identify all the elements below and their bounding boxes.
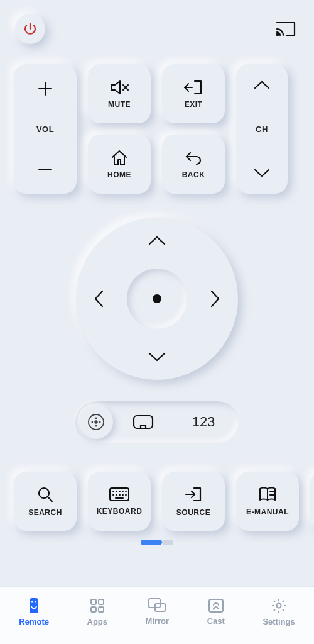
tab-cast[interactable]: Cast	[207, 597, 225, 626]
touchpad-mode-icon	[132, 414, 154, 430]
svg-rect-7	[31, 601, 33, 603]
dpad	[76, 218, 238, 380]
volume-rocker: VOL	[14, 64, 77, 194]
back-icon	[184, 149, 203, 167]
tab-mirror-label: Mirror	[146, 616, 170, 626]
emanual-button[interactable]: E-MANUAL	[236, 472, 299, 531]
tab-bar: Remote Apps Mirror Cast Settings	[0, 586, 314, 644]
cast-button[interactable]	[273, 18, 299, 40]
tab-remote[interactable]: Remote	[19, 597, 49, 626]
channel-down-button[interactable]	[252, 166, 271, 179]
tab-settings-label: Settings	[263, 617, 295, 626]
tab-remote-label: Remote	[19, 617, 49, 626]
mode-dpad-button[interactable]	[79, 405, 113, 439]
chevron-down-icon	[146, 350, 168, 364]
tab-apps[interactable]: Apps	[87, 597, 108, 626]
mode-numpad-button[interactable]: 123	[173, 406, 234, 438]
back-button[interactable]: BACK	[162, 135, 225, 194]
search-icon	[36, 486, 54, 503]
dpad-center-dot-icon	[153, 294, 161, 303]
volume-up-button[interactable]	[36, 79, 55, 98]
exit-icon	[183, 79, 203, 96]
search-button[interactable]: SEARCH	[14, 472, 77, 531]
mode-touchpad-button[interactable]	[113, 406, 173, 438]
page-dot-active	[141, 540, 162, 545]
svg-rect-9	[91, 599, 96, 604]
svg-point-16	[277, 604, 281, 608]
exit-button[interactable]: EXIT	[162, 64, 225, 123]
chevron-right-icon	[208, 288, 222, 309]
book-icon	[258, 486, 277, 502]
search-label: SEARCH	[28, 508, 62, 517]
svg-rect-3	[134, 416, 153, 428]
home-icon	[110, 149, 129, 167]
channel-up-button[interactable]	[252, 79, 271, 92]
svg-rect-11	[91, 607, 96, 612]
dpad-left-button[interactable]	[92, 288, 106, 309]
svg-rect-10	[99, 599, 104, 604]
page-dot-inactive	[162, 540, 173, 545]
input-mode-switch: 123	[75, 401, 239, 443]
power-icon	[23, 21, 38, 36]
power-button[interactable]	[15, 14, 45, 44]
plus-icon	[36, 79, 55, 98]
cast-tab-icon	[207, 597, 225, 614]
chevron-left-icon	[92, 288, 106, 309]
volume-label: VOL	[36, 125, 54, 134]
emanual-label: E-MANUAL	[246, 508, 289, 516]
svg-point-2	[95, 421, 97, 423]
tab-cast-label: Cast	[207, 616, 225, 626]
dpad-down-button[interactable]	[146, 350, 168, 364]
keyboard-label: KEYBOARD	[97, 507, 143, 516]
mirror-icon	[148, 597, 166, 614]
volume-down-button[interactable]	[36, 160, 55, 179]
dpad-up-button[interactable]	[146, 234, 168, 248]
apps-icon	[89, 597, 106, 614]
remote-icon	[25, 597, 43, 614]
mute-icon	[109, 79, 129, 96]
svg-point-0	[277, 34, 279, 36]
svg-rect-6	[30, 598, 38, 613]
shortcut-row[interactable]: SEARCH KEYBOARD SOURCE E-MANUAL MENU	[0, 472, 314, 531]
cast-icon	[275, 20, 296, 38]
mute-button[interactable]: MUTE	[88, 64, 151, 123]
dpad-right-button[interactable]	[208, 288, 222, 309]
home-button[interactable]: HOME	[88, 135, 151, 194]
svg-rect-12	[99, 607, 104, 612]
minus-icon	[36, 160, 55, 179]
home-label: HOME	[107, 170, 131, 179]
menu-button[interactable]: MENU	[310, 472, 314, 531]
keyboard-button[interactable]: KEYBOARD	[88, 472, 151, 531]
tab-mirror[interactable]: Mirror	[146, 597, 170, 626]
chevron-down-icon	[252, 166, 271, 179]
chevron-up-icon	[252, 79, 271, 92]
exit-label: EXIT	[185, 100, 203, 109]
mute-label: MUTE	[108, 100, 131, 109]
channel-rocker: CH	[236, 64, 288, 194]
source-icon	[184, 486, 203, 503]
tab-apps-label: Apps	[87, 617, 108, 626]
dpad-mode-icon	[87, 413, 105, 431]
keyboard-icon	[109, 487, 130, 502]
svg-rect-15	[209, 599, 223, 612]
back-label: BACK	[182, 170, 205, 179]
chevron-up-icon	[146, 234, 168, 248]
settings-icon	[270, 597, 288, 614]
numpad-label: 123	[192, 414, 215, 430]
page-indicator	[0, 540, 314, 545]
channel-label: CH	[256, 125, 268, 134]
source-button[interactable]: SOURCE	[162, 472, 225, 531]
svg-rect-8	[35, 601, 37, 603]
tab-settings[interactable]: Settings	[263, 597, 295, 626]
source-label: SOURCE	[176, 508, 210, 517]
dpad-ok-button[interactable]	[127, 269, 187, 329]
